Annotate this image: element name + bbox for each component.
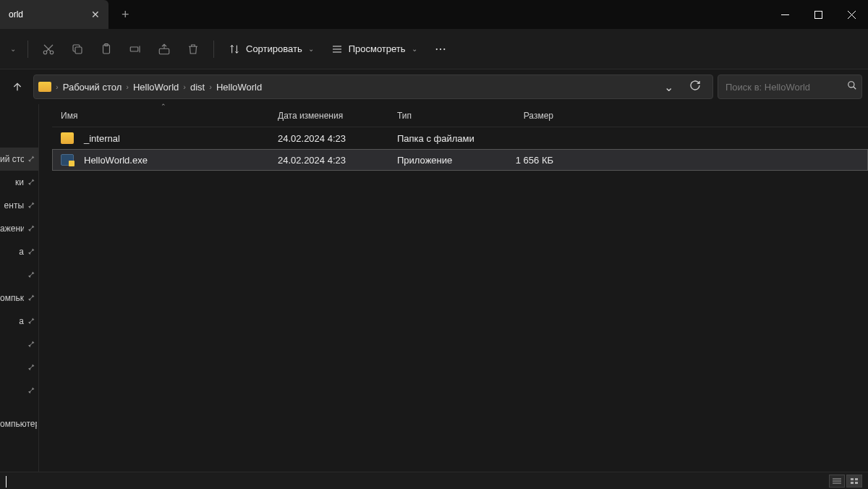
svg-rect-13	[159, 48, 169, 54]
svg-rect-11	[130, 47, 138, 51]
sidebar-item[interactable]	[0, 356, 38, 379]
folder-icon	[61, 132, 74, 144]
svg-rect-1	[814, 11, 822, 18]
close-tab-icon[interactable]: ✕	[91, 9, 100, 20]
rename-button[interactable]	[122, 36, 148, 62]
folder-icon	[38, 82, 51, 92]
chevron-right-icon: ›	[56, 82, 59, 91]
more-button[interactable]	[427, 36, 454, 62]
file-list: Имя ⌃ Дата изменения Тип Размер _interna…	[52, 104, 868, 472]
breadcrumb-item[interactable]: Рабочий стол	[63, 82, 122, 93]
breadcrumb-item[interactable]: dist	[190, 82, 205, 93]
minimize-button[interactable]	[768, 0, 801, 29]
pin-icon	[27, 271, 35, 279]
toolbar: ⌄ Сортировать ⌄ Просмотреть ⌄	[0, 29, 868, 69]
chevron-down-icon: ⌄	[412, 45, 417, 53]
view-details-button[interactable]	[829, 475, 845, 488]
share-button[interactable]	[151, 36, 177, 62]
address-dropdown-icon[interactable]: ⌄	[660, 80, 678, 94]
sidebar-item[interactable]	[0, 379, 38, 402]
window-controls	[768, 0, 868, 29]
cursor-icon	[6, 476, 7, 488]
chevron-right-icon: ›	[183, 82, 186, 91]
status-bar	[0, 472, 868, 489]
svg-point-20	[848, 82, 854, 88]
pin-icon	[27, 386, 35, 395]
new-menu-chevron[interactable]: ⌄	[6, 45, 20, 53]
search-input[interactable]	[726, 82, 847, 93]
chevron-right-icon: ›	[209, 82, 212, 91]
sidebar-item[interactable]: омпьютер	[0, 412, 38, 435]
file-row[interactable]: _internal 24.02.2024 4:23 Папка с файлам…	[52, 127, 868, 149]
exe-icon	[61, 154, 74, 166]
svg-point-18	[439, 48, 441, 49]
chevron-right-icon: ›	[126, 82, 129, 91]
main-area: ий сто. ки енты ажени а омпьк а омпьютер…	[0, 104, 868, 472]
sidebar-item[interactable]: енты	[0, 194, 38, 217]
svg-rect-26	[855, 478, 858, 480]
sidebar-item[interactable]	[0, 333, 38, 356]
address-row: › Рабочий стол › HelloWorld › dist › Hel…	[0, 69, 868, 104]
pin-icon	[27, 340, 35, 349]
view-icons-button[interactable]	[846, 475, 862, 488]
address-bar[interactable]: › Рабочий стол › HelloWorld › dist › Hel…	[33, 75, 713, 99]
sort-button[interactable]: Сортировать ⌄	[221, 36, 321, 62]
svg-rect-8	[75, 47, 82, 54]
sidebar-item[interactable]: а	[0, 310, 38, 333]
scroll-spacer	[39, 104, 52, 472]
sort-indicator-icon: ⌃	[161, 103, 166, 110]
svg-point-17	[435, 48, 437, 49]
sidebar-item[interactable]: а	[0, 240, 38, 263]
sidebar: ий сто. ки енты ажени а омпьк а омпьютер	[0, 104, 39, 472]
chevron-down-icon: ⌄	[308, 45, 314, 53]
sidebar-item[interactable]	[0, 263, 38, 286]
svg-rect-27	[851, 482, 854, 484]
pin-icon	[27, 294, 35, 302]
sidebar-item[interactable]: ажени	[0, 217, 38, 240]
tab-active[interactable]: orld ✕	[0, 0, 109, 29]
separator	[213, 41, 214, 58]
svg-line-21	[854, 87, 856, 90]
pin-icon	[27, 178, 35, 187]
copy-button[interactable]	[64, 36, 90, 62]
sidebar-item[interactable]: ий сто.	[0, 148, 38, 171]
column-size[interactable]: Размер	[490, 111, 562, 121]
search-box[interactable]	[718, 75, 862, 99]
pin-icon	[27, 247, 35, 256]
view-button[interactable]: Просмотреть ⌄	[324, 36, 425, 62]
up-button[interactable]	[6, 75, 29, 98]
pin-icon	[27, 155, 35, 163]
paste-button[interactable]	[93, 36, 119, 62]
column-headers: Имя ⌃ Дата изменения Тип Размер	[52, 104, 868, 127]
pin-icon	[27, 363, 35, 372]
svg-rect-25	[851, 478, 854, 480]
column-type[interactable]: Тип	[388, 111, 490, 121]
pin-icon	[27, 201, 35, 210]
view-switcher	[829, 475, 862, 488]
separator	[27, 41, 28, 58]
column-name[interactable]: Имя	[52, 111, 269, 121]
sidebar-item[interactable]	[0, 114, 38, 137]
refresh-button[interactable]	[682, 80, 708, 94]
delete-button[interactable]	[180, 36, 206, 62]
file-row[interactable]: HelloWorld.exe 24.02.2024 4:23 Приложени…	[52, 149, 868, 171]
sidebar-item[interactable]: ки	[0, 171, 38, 194]
cut-button[interactable]	[35, 36, 61, 62]
column-date[interactable]: Дата изменения	[269, 111, 388, 121]
breadcrumb-item[interactable]: HelloWorld	[133, 82, 179, 93]
search-icon[interactable]	[847, 80, 857, 93]
pin-icon	[27, 317, 35, 326]
svg-point-19	[443, 48, 445, 49]
sidebar-item[interactable]: омпьк	[0, 286, 38, 310]
new-tab-button[interactable]: +	[109, 7, 142, 22]
title-bar: orld ✕ +	[0, 0, 868, 29]
view-label: Просмотреть	[349, 43, 406, 54]
tab-title: orld	[9, 9, 23, 20]
sort-label: Сортировать	[246, 43, 302, 54]
pin-icon	[27, 224, 35, 233]
maximize-button[interactable]	[801, 0, 835, 29]
breadcrumb-item[interactable]: HelloWorld	[216, 82, 262, 93]
close-window-button[interactable]	[835, 0, 868, 29]
svg-rect-28	[855, 482, 858, 484]
